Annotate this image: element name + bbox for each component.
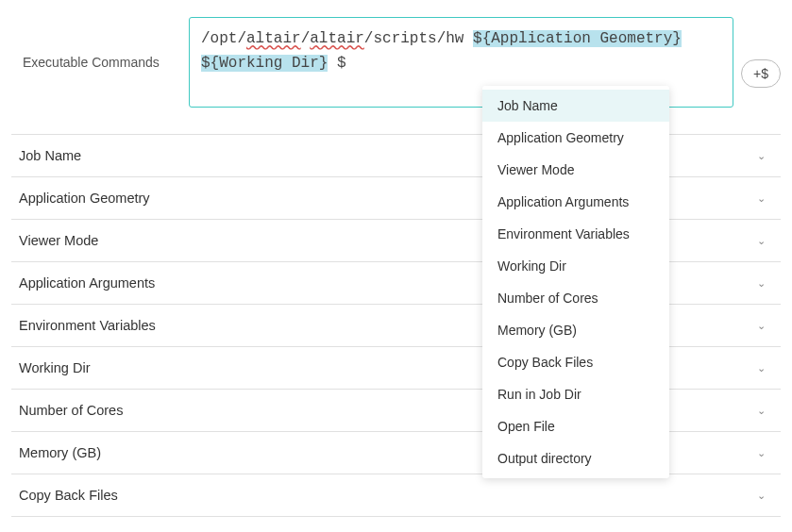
executable-commands-label: Executable Commands (11, 55, 181, 70)
dropdown-item-application-arguments[interactable]: Application Arguments (482, 186, 669, 218)
exec-text-var2: ${Working Dir} (201, 55, 328, 72)
exec-text-err1: altair (246, 30, 301, 47)
dropdown-item-memory-gb[interactable]: Memory (GB) (482, 314, 669, 346)
exec-text-err2: altair (310, 30, 364, 47)
chevron-down-icon: ⌄ (757, 490, 766, 502)
dropdown-item-copy-back-files[interactable]: Copy Back Files (482, 346, 669, 378)
accordion-label: Viewer Mode (19, 233, 98, 248)
dropdown-item-job-name[interactable]: Job Name (482, 90, 669, 122)
chevron-down-icon: ⌄ (757, 150, 766, 162)
dropdown-item-output-directory[interactable]: Output directory (482, 442, 669, 474)
add-variable-button[interactable]: +$ (741, 59, 781, 88)
accordion-label: Application Geometry (19, 191, 150, 206)
chevron-down-icon: ⌄ (757, 192, 766, 205)
accordion-label: Memory (GB) (19, 445, 101, 460)
accordion-label: Working Dir (19, 360, 90, 375)
accordion-label: Copy Back Files (19, 488, 118, 503)
exec-text-tail: $ (328, 55, 345, 72)
dropdown-item-number-of-cores[interactable]: Number of Cores (482, 282, 669, 314)
dropdown-item-open-file[interactable]: Open File (482, 410, 669, 442)
dropdown-item-application-geometry[interactable]: Application Geometry (482, 122, 669, 154)
chevron-down-icon: ⌄ (757, 235, 766, 247)
executable-commands-row: Executable Commands /opt/altair/altair/s… (11, 17, 781, 108)
exec-text-mid: /scripts/hw (364, 30, 473, 47)
accordion-item-copy-back-files[interactable]: Copy Back Files ⌄ (11, 474, 781, 517)
accordion-label: Environment Variables (19, 318, 156, 333)
dropdown-item-environment-variables[interactable]: Environment Variables (482, 218, 669, 250)
chevron-down-icon: ⌄ (757, 405, 766, 417)
exec-text-sep1: / (301, 30, 311, 47)
variable-dropdown: Job Name Application Geometry Viewer Mod… (482, 86, 669, 478)
chevron-down-icon: ⌄ (757, 277, 766, 290)
accordion-label: Number of Cores (19, 403, 123, 418)
chevron-down-icon: ⌄ (757, 320, 766, 332)
exec-text-prefix: /opt/ (201, 30, 246, 47)
chevron-down-icon: ⌄ (757, 362, 766, 374)
accordion-label: Application Arguments (19, 275, 155, 291)
dropdown-item-viewer-mode[interactable]: Viewer Mode (482, 154, 669, 186)
dropdown-item-run-in-job-dir[interactable]: Run in Job Dir (482, 378, 669, 410)
chevron-down-icon: ⌄ (757, 447, 766, 459)
dropdown-item-working-dir[interactable]: Working Dir (482, 250, 669, 282)
accordion-label: Job Name (19, 148, 81, 163)
exec-text-var1: ${Application Geometry} (473, 30, 682, 47)
